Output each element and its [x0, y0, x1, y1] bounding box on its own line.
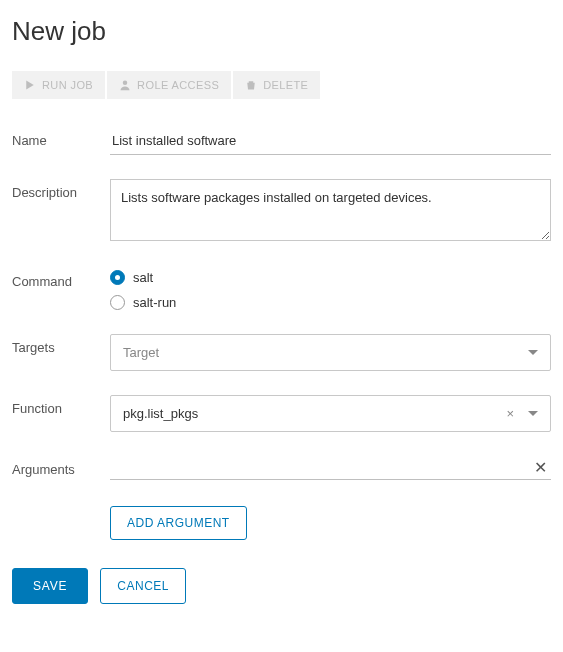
name-input[interactable] [110, 127, 551, 155]
targets-select[interactable]: Target [110, 334, 551, 371]
save-button[interactable]: SAVE [12, 568, 88, 604]
toolbar: RUN JOB ROLE ACCESS DELETE [12, 71, 551, 99]
radio-selected-icon [110, 270, 125, 285]
description-textarea[interactable]: Lists software packages installed on tar… [110, 179, 551, 241]
description-label: Description [12, 179, 110, 200]
user-icon [119, 79, 131, 91]
command-radio-salt-run-label: salt-run [133, 295, 176, 310]
command-radio-salt[interactable]: salt [110, 270, 551, 285]
run-job-button[interactable]: RUN JOB [12, 71, 105, 99]
remove-argument-icon[interactable]: ✕ [530, 458, 551, 477]
role-access-label: ROLE ACCESS [137, 79, 219, 91]
command-radio-salt-label: salt [133, 270, 153, 285]
page-title: New job [12, 16, 551, 47]
command-radio-salt-run[interactable]: salt-run [110, 295, 551, 310]
argument-row: ✕ [110, 456, 551, 480]
command-radio-group: salt salt-run [110, 268, 551, 310]
name-label: Name [12, 127, 110, 148]
radio-unselected-icon [110, 295, 125, 310]
footer-actions: SAVE CANCEL [12, 568, 551, 604]
arguments-label: Arguments [12, 456, 110, 477]
command-label: Command [12, 268, 110, 289]
function-select[interactable]: pkg.list_pkgs × [110, 395, 551, 432]
role-access-button[interactable]: ROLE ACCESS [107, 71, 231, 99]
targets-label: Targets [12, 334, 110, 355]
chevron-down-icon [528, 350, 538, 355]
clear-function-icon[interactable]: × [506, 407, 514, 420]
delete-button[interactable]: DELETE [233, 71, 320, 99]
targets-placeholder: Target [123, 345, 520, 360]
delete-label: DELETE [263, 79, 308, 91]
function-label: Function [12, 395, 110, 416]
add-argument-button[interactable]: ADD ARGUMENT [110, 506, 247, 540]
function-value: pkg.list_pkgs [123, 406, 506, 421]
trash-icon [245, 79, 257, 91]
cancel-button[interactable]: CANCEL [100, 568, 186, 604]
svg-point-0 [123, 81, 128, 86]
chevron-down-icon [528, 411, 538, 416]
run-icon [24, 79, 36, 91]
run-job-label: RUN JOB [42, 79, 93, 91]
